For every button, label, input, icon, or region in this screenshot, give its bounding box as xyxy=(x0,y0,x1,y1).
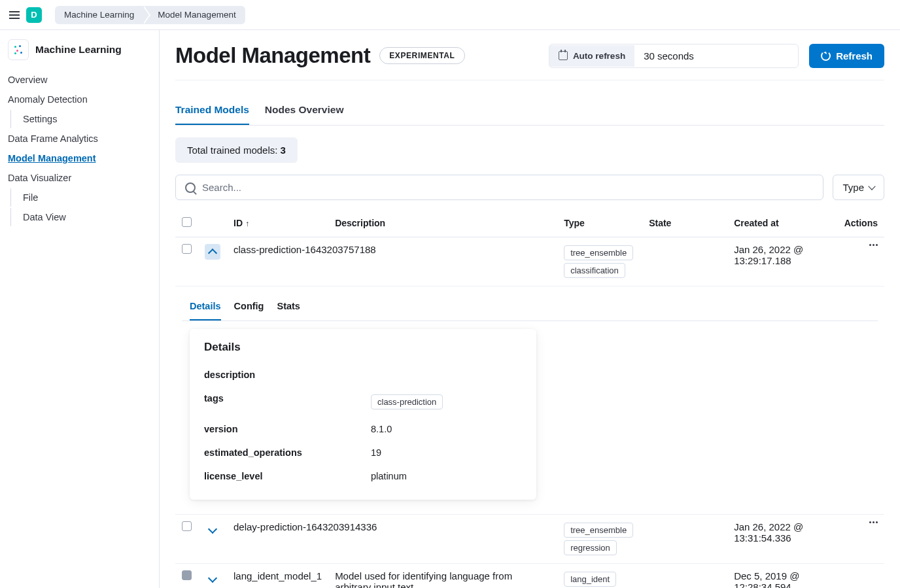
sidebar-title: Machine Learning xyxy=(35,44,122,56)
created-at: Jan 26, 2022 @ 13:29:17.188 xyxy=(727,237,838,286)
kv-key: estimated_operations xyxy=(204,447,371,458)
sidebar-item-data-visualizer[interactable]: Data Visualizer xyxy=(8,169,151,187)
created-at: Dec 5, 2019 @ 12:28:34.594 xyxy=(727,564,838,589)
sidebar-item-model-management[interactable]: Model Management xyxy=(8,149,151,167)
model-description: Model used for identifying language from… xyxy=(328,564,557,589)
table-row: class-prediction-1643203757188 tree_ense… xyxy=(175,237,884,286)
total-count: Total trained models: 3 xyxy=(175,137,298,163)
row-checkbox[interactable] xyxy=(182,244,192,254)
kv-key: version xyxy=(204,424,371,434)
details-card: Details description tagsclass-prediction… xyxy=(190,329,536,500)
autorefresh-control[interactable]: Auto refresh 30 seconds xyxy=(549,44,799,68)
sidebar-item-settings[interactable]: Settings xyxy=(10,110,151,128)
expand-row-button[interactable] xyxy=(205,521,220,537)
col-type[interactable]: Type xyxy=(557,209,642,237)
sidebar: Machine Learning Overview Anomaly Detect… xyxy=(0,30,160,588)
app-badge[interactable]: D xyxy=(26,7,42,23)
row-actions-button[interactable] xyxy=(869,521,878,523)
experimental-badge: EXPERIMENTAL xyxy=(379,47,464,64)
breadcrumb-item[interactable]: Model Management xyxy=(143,6,245,24)
chevron-down-icon xyxy=(868,182,875,190)
row-actions-button[interactable] xyxy=(869,244,878,246)
breadcrumb-item[interactable]: Machine Learning xyxy=(55,6,143,24)
tab-nodes-overview[interactable]: Nodes Overview xyxy=(265,97,344,125)
inner-tab-stats[interactable]: Stats xyxy=(277,293,300,320)
refresh-icon xyxy=(821,51,831,61)
col-id[interactable]: ID↑ xyxy=(227,209,328,237)
type-filter-button[interactable]: Type xyxy=(833,175,884,200)
breadcrumb: Machine Learning Model Management xyxy=(55,6,245,24)
created-at: Jan 26, 2022 @ 13:31:54.336 xyxy=(727,515,838,564)
expand-row-button[interactable] xyxy=(205,570,220,586)
sidebar-item-data-frame-analytics[interactable]: Data Frame Analytics xyxy=(8,130,151,148)
col-state[interactable]: State xyxy=(642,209,727,237)
ml-app-icon xyxy=(8,39,29,60)
sidebar-item-file[interactable]: File xyxy=(10,188,151,207)
chevron-up-icon xyxy=(208,249,217,258)
table-row: lang_ident_model_1 Model used for identi… xyxy=(175,564,884,589)
kv-key: license_level xyxy=(204,471,371,481)
kv-val: class-prediction xyxy=(371,393,445,411)
select-all-checkbox[interactable] xyxy=(182,217,192,227)
kv-val: 8.1.0 xyxy=(371,424,392,434)
inner-tab-details[interactable]: Details xyxy=(190,293,221,320)
table-row: delay-prediction-1643203914336 tree_ense… xyxy=(175,515,884,564)
search-icon xyxy=(185,182,196,193)
col-created-at[interactable]: Created at xyxy=(727,209,838,237)
sidebar-item-data-view[interactable]: Data View xyxy=(10,208,151,226)
model-id: class-prediction-1643203757188 xyxy=(227,237,557,286)
inner-tab-config[interactable]: Config xyxy=(234,293,264,320)
model-types: tree_ensemble classification xyxy=(557,237,642,286)
kv-key: description xyxy=(204,370,371,380)
model-types: lang_ident classification built-in xyxy=(557,564,642,589)
kv-val: 19 xyxy=(371,447,381,458)
tab-trained-models[interactable]: Trained Models xyxy=(175,97,249,125)
autorefresh-value[interactable]: 30 seconds xyxy=(634,44,798,67)
col-description[interactable]: Description xyxy=(328,209,557,237)
models-table: ID↑ Description Type State Created at Ac… xyxy=(175,209,884,588)
sidebar-item-anomaly-detection[interactable]: Anomaly Detection xyxy=(8,90,151,109)
model-types: tree_ensemble regression xyxy=(557,515,642,564)
chevron-down-icon xyxy=(208,574,217,583)
refresh-button[interactable]: Refresh xyxy=(809,44,884,68)
autorefresh-label: Auto refresh xyxy=(573,51,625,61)
sidebar-item-overview[interactable]: Overview xyxy=(8,71,151,89)
chevron-down-icon xyxy=(208,525,217,534)
details-title: Details xyxy=(204,341,522,354)
row-checkbox[interactable] xyxy=(182,570,192,580)
expand-row-button[interactable] xyxy=(205,244,220,260)
page-title: Model Management xyxy=(175,43,370,68)
kv-key: tags xyxy=(204,393,371,411)
search-input[interactable]: Search... xyxy=(175,175,823,200)
col-actions: Actions xyxy=(838,209,884,237)
model-id: delay-prediction-1643203914336 xyxy=(227,515,557,564)
row-checkbox[interactable] xyxy=(182,521,192,531)
calendar-icon xyxy=(559,51,568,60)
menu-icon[interactable] xyxy=(8,9,21,22)
sort-asc-icon: ↑ xyxy=(245,219,249,228)
kv-val: platinum xyxy=(371,471,407,481)
model-id: lang_ident_model_1 xyxy=(227,564,328,589)
